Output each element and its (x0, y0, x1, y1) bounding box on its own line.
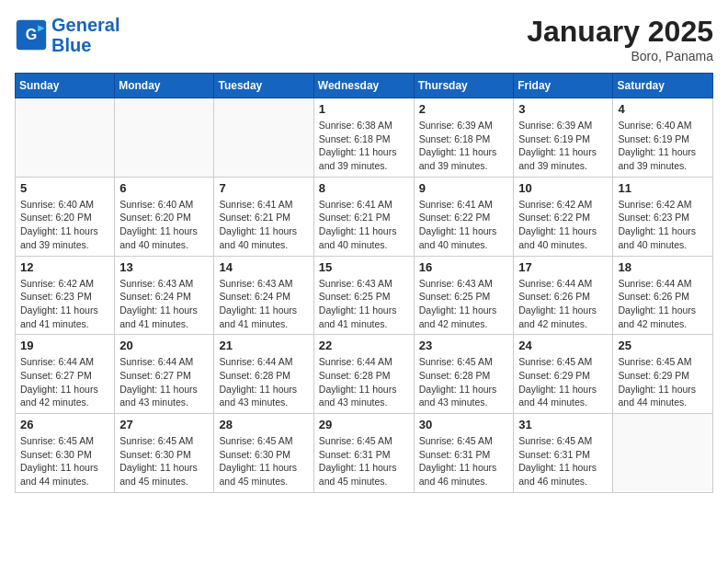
calendar-cell: 26Sunrise: 6:45 AM Sunset: 6:30 PM Dayli… (16, 414, 115, 493)
day-number: 25 (618, 339, 708, 352)
weekday-header-thursday: Thursday (414, 74, 514, 98)
calendar-cell: 14Sunrise: 6:43 AM Sunset: 6:24 PM Dayli… (214, 256, 313, 335)
calendar-cell: 1Sunrise: 6:38 AM Sunset: 6:18 PM Daylig… (313, 98, 414, 178)
calendar-cell: 22Sunrise: 6:44 AM Sunset: 6:28 PM Dayli… (313, 335, 414, 414)
day-number: 7 (219, 181, 308, 195)
calendar-cell: 28Sunrise: 6:45 AM Sunset: 6:30 PM Dayli… (214, 414, 313, 493)
calendar-cell: 18Sunrise: 6:44 AM Sunset: 6:26 PM Dayli… (613, 256, 713, 335)
day-info: Sunrise: 6:44 AM Sunset: 6:26 PM Dayligh… (618, 277, 708, 331)
day-info: Sunrise: 6:42 AM Sunset: 6:22 PM Dayligh… (518, 198, 608, 252)
weekday-header-saturday: Saturday (613, 74, 713, 98)
calendar-week-row: 5Sunrise: 6:40 AM Sunset: 6:20 PM Daylig… (16, 177, 713, 256)
calendar-cell: 10Sunrise: 6:42 AM Sunset: 6:22 PM Dayli… (514, 177, 613, 256)
calendar-week-row: 12Sunrise: 6:42 AM Sunset: 6:23 PM Dayli… (16, 256, 713, 335)
day-info: Sunrise: 6:45 AM Sunset: 6:29 PM Dayligh… (618, 355, 708, 409)
day-number: 11 (618, 181, 708, 195)
day-info: Sunrise: 6:45 AM Sunset: 6:30 PM Dayligh… (20, 434, 109, 488)
day-number: 2 (419, 102, 509, 116)
day-number: 20 (119, 339, 209, 352)
day-info: Sunrise: 6:41 AM Sunset: 6:21 PM Dayligh… (319, 198, 409, 252)
day-info: Sunrise: 6:45 AM Sunset: 6:30 PM Dayligh… (119, 434, 209, 488)
location: Boro, Panama (527, 49, 713, 63)
calendar-cell: 7Sunrise: 6:41 AM Sunset: 6:21 PM Daylig… (214, 177, 313, 256)
day-number: 1 (319, 102, 409, 116)
calendar-cell (115, 98, 214, 178)
day-info: Sunrise: 6:40 AM Sunset: 6:20 PM Dayligh… (20, 198, 109, 252)
day-info: Sunrise: 6:45 AM Sunset: 6:30 PM Dayligh… (219, 434, 308, 488)
day-info: Sunrise: 6:43 AM Sunset: 6:24 PM Dayligh… (219, 277, 308, 331)
calendar-cell: 5Sunrise: 6:40 AM Sunset: 6:20 PM Daylig… (16, 177, 115, 256)
day-number: 14 (219, 260, 308, 274)
day-number: 4 (618, 102, 708, 116)
day-number: 17 (518, 260, 608, 274)
weekday-header-monday: Monday (115, 74, 214, 98)
calendar-cell: 8Sunrise: 6:41 AM Sunset: 6:21 PM Daylig… (313, 177, 414, 256)
calendar-cell: 2Sunrise: 6:39 AM Sunset: 6:18 PM Daylig… (414, 98, 514, 178)
day-number: 10 (518, 181, 608, 195)
day-number: 26 (20, 418, 109, 431)
calendar-cell: 19Sunrise: 6:44 AM Sunset: 6:27 PM Dayli… (16, 335, 115, 414)
day-info: Sunrise: 6:41 AM Sunset: 6:21 PM Dayligh… (219, 198, 308, 252)
day-number: 9 (419, 181, 509, 195)
day-info: Sunrise: 6:43 AM Sunset: 6:25 PM Dayligh… (419, 277, 509, 331)
calendar-cell: 17Sunrise: 6:44 AM Sunset: 6:26 PM Dayli… (514, 256, 613, 335)
day-info: Sunrise: 6:43 AM Sunset: 6:24 PM Dayligh… (119, 277, 209, 331)
calendar-cell (214, 98, 313, 178)
calendar-cell: 20Sunrise: 6:44 AM Sunset: 6:27 PM Dayli… (115, 335, 214, 414)
day-info: Sunrise: 6:44 AM Sunset: 6:26 PM Dayligh… (518, 277, 608, 331)
day-info: Sunrise: 6:41 AM Sunset: 6:22 PM Dayligh… (419, 198, 509, 252)
day-info: Sunrise: 6:42 AM Sunset: 6:23 PM Dayligh… (20, 277, 109, 331)
day-number: 30 (419, 418, 509, 431)
month-title: January 2025 (527, 15, 713, 49)
calendar-cell: 23Sunrise: 6:45 AM Sunset: 6:28 PM Dayli… (414, 335, 514, 414)
calendar-cell: 15Sunrise: 6:43 AM Sunset: 6:25 PM Dayli… (313, 256, 414, 335)
day-info: Sunrise: 6:43 AM Sunset: 6:25 PM Dayligh… (319, 277, 409, 331)
day-info: Sunrise: 6:40 AM Sunset: 6:19 PM Dayligh… (618, 119, 708, 173)
day-info: Sunrise: 6:45 AM Sunset: 6:31 PM Dayligh… (319, 434, 409, 488)
calendar-cell (613, 414, 713, 493)
day-info: Sunrise: 6:45 AM Sunset: 6:29 PM Dayligh… (518, 355, 608, 409)
page-header: G General Blue January 2025 Boro, Panama (15, 15, 713, 63)
logo: G General Blue (15, 15, 119, 55)
day-number: 6 (119, 181, 209, 195)
day-info: Sunrise: 6:44 AM Sunset: 6:28 PM Dayligh… (319, 355, 409, 409)
calendar-week-row: 26Sunrise: 6:45 AM Sunset: 6:30 PM Dayli… (16, 414, 713, 493)
calendar-cell: 6Sunrise: 6:40 AM Sunset: 6:20 PM Daylig… (115, 177, 214, 256)
day-number: 24 (518, 339, 608, 352)
day-number: 23 (419, 339, 509, 352)
calendar-cell (16, 98, 115, 178)
calendar-cell: 29Sunrise: 6:45 AM Sunset: 6:31 PM Dayli… (313, 414, 414, 493)
logo-text: General Blue (51, 15, 119, 55)
title-block: January 2025 Boro, Panama (527, 15, 713, 63)
day-info: Sunrise: 6:45 AM Sunset: 6:31 PM Dayligh… (518, 434, 608, 488)
day-info: Sunrise: 6:45 AM Sunset: 6:28 PM Dayligh… (419, 355, 509, 409)
day-number: 21 (219, 339, 308, 352)
day-number: 22 (319, 339, 409, 352)
calendar-cell: 9Sunrise: 6:41 AM Sunset: 6:22 PM Daylig… (414, 177, 514, 256)
calendar-table: SundayMondayTuesdayWednesdayThursdayFrid… (15, 73, 713, 493)
weekday-header-row: SundayMondayTuesdayWednesdayThursdayFrid… (16, 74, 713, 98)
calendar-cell: 11Sunrise: 6:42 AM Sunset: 6:23 PM Dayli… (613, 177, 713, 256)
day-number: 28 (219, 418, 308, 431)
day-number: 13 (119, 260, 209, 274)
logo-icon: G (15, 18, 48, 52)
calendar-cell: 24Sunrise: 6:45 AM Sunset: 6:29 PM Dayli… (514, 335, 613, 414)
day-info: Sunrise: 6:42 AM Sunset: 6:23 PM Dayligh… (618, 198, 708, 252)
day-info: Sunrise: 6:40 AM Sunset: 6:20 PM Dayligh… (119, 198, 209, 252)
svg-text:G: G (26, 26, 38, 42)
calendar-cell: 3Sunrise: 6:39 AM Sunset: 6:19 PM Daylig… (514, 98, 613, 178)
calendar-week-row: 1Sunrise: 6:38 AM Sunset: 6:18 PM Daylig… (16, 98, 713, 178)
day-number: 8 (319, 181, 409, 195)
day-number: 15 (319, 260, 409, 274)
calendar-cell: 16Sunrise: 6:43 AM Sunset: 6:25 PM Dayli… (414, 256, 514, 335)
calendar-cell: 21Sunrise: 6:44 AM Sunset: 6:28 PM Dayli… (214, 335, 313, 414)
calendar-cell: 4Sunrise: 6:40 AM Sunset: 6:19 PM Daylig… (613, 98, 713, 178)
weekday-header-wednesday: Wednesday (313, 74, 414, 98)
day-info: Sunrise: 6:39 AM Sunset: 6:19 PM Dayligh… (518, 119, 608, 173)
calendar-week-row: 19Sunrise: 6:44 AM Sunset: 6:27 PM Dayli… (16, 335, 713, 414)
day-number: 12 (20, 260, 109, 274)
day-number: 3 (518, 102, 608, 116)
calendar-cell: 25Sunrise: 6:45 AM Sunset: 6:29 PM Dayli… (613, 335, 713, 414)
day-number: 29 (319, 418, 409, 431)
day-info: Sunrise: 6:39 AM Sunset: 6:18 PM Dayligh… (419, 119, 509, 173)
